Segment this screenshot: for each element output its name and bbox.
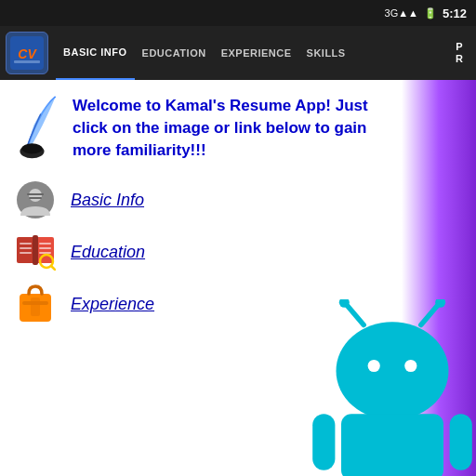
tab-experience[interactable]: EXPERIENCE — [214, 26, 299, 80]
svg-rect-2 — [14, 60, 40, 63]
education-label: Education — [71, 243, 145, 262]
tab-skills[interactable]: SKILLS — [299, 26, 353, 80]
experience-icon — [15, 284, 56, 324]
battery-icon: 🔋 — [424, 7, 437, 20]
nav-bar: CV BASIC INFO EDUCATION EXPERIENCE SKILL… — [0, 26, 476, 80]
experience-item[interactable]: Experience — [15, 284, 461, 324]
svg-rect-19 — [27, 193, 44, 195]
more-button[interactable]: PR — [448, 41, 470, 65]
svg-line-31 — [51, 266, 56, 271]
svg-rect-11 — [312, 414, 335, 470]
welcome-section: Welcome to Kamal's Resume App! Just clic… — [15, 95, 461, 161]
menu-items: Basic Info — [15, 179, 461, 324]
welcome-text: Welcome to Kamal's Resume App! Just clic… — [73, 95, 389, 161]
quill-icon — [15, 95, 61, 160]
svg-rect-23 — [33, 235, 38, 265]
svg-rect-24 — [20, 243, 32, 245]
nav-tabs: BASIC INFO EDUCATION EXPERIENCE SKILLS — [56, 26, 448, 80]
clock: 5:12 — [443, 7, 467, 20]
tab-basic-info[interactable]: BASIC INFO — [56, 26, 135, 80]
svg-rect-20 — [29, 197, 42, 199]
signal-icon: 3G▲▲ — [385, 7, 418, 19]
main-content: Welcome to Kamal's Resume App! Just clic… — [0, 80, 476, 476]
svg-rect-27 — [39, 243, 51, 245]
app-logo[interactable]: CV — [6, 32, 48, 74]
tab-education[interactable]: EDUCATION — [135, 26, 214, 80]
svg-rect-22 — [36, 237, 54, 263]
svg-text:CV: CV — [18, 46, 37, 61]
svg-rect-34 — [31, 298, 40, 316]
education-icon — [15, 231, 56, 272]
svg-point-8 — [368, 360, 380, 372]
svg-rect-28 — [39, 247, 51, 249]
svg-rect-25 — [20, 247, 32, 249]
experience-label: Experience — [71, 295, 154, 314]
svg-point-16 — [21, 143, 42, 153]
basic-info-label: Basic Info — [71, 191, 144, 210]
basic-info-item[interactable]: Basic Info — [15, 179, 461, 220]
education-item[interactable]: Education — [15, 231, 461, 272]
svg-rect-29 — [39, 252, 51, 254]
svg-rect-26 — [20, 252, 32, 254]
purple-gradient — [402, 80, 476, 476]
svg-rect-21 — [17, 237, 34, 263]
basic-info-icon — [15, 179, 56, 220]
status-bar: 3G▲▲ 🔋 5:12 — [0, 0, 476, 26]
